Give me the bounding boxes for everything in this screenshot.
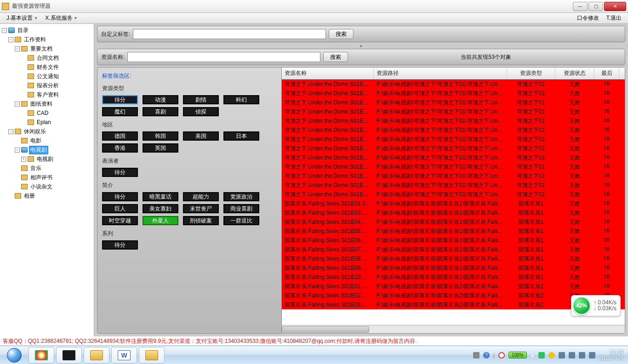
collapse-icon[interactable]: − (15, 102, 20, 107)
col-type[interactable]: 资源类型 (507, 68, 555, 79)
expand-icon[interactable]: + (21, 157, 26, 162)
taskbar-word[interactable]: W (111, 347, 137, 364)
tree-item[interactable]: 合同文档 (35, 54, 60, 63)
tree-item[interactable]: 报表分析 (35, 81, 60, 90)
table-row[interactable]: 陨落星辰.Falling.Skies.S01E06.C...F:\娱乐\电视剧\… (282, 236, 625, 245)
collapse-icon[interactable]: − (2, 28, 7, 33)
menu-sys[interactable]: X.系统服务▼ (41, 13, 81, 23)
tree-item[interactable]: 重要文档 (29, 45, 54, 53)
filter-tag[interactable]: 党派政治 (223, 192, 259, 201)
table-row[interactable]: 穹顶之下.Under.the.Dome.S01E...F:\娱乐\电视剧\穹顶之… (282, 107, 625, 116)
filter-tag[interactable]: 一群逗比 (223, 216, 259, 225)
tree-item-selected[interactable]: 电视剧 (29, 146, 48, 154)
maximize-button[interactable]: ▢ (588, 2, 603, 11)
table-row[interactable]: 穹顶之下.Under.the.Dome.S01E...F:\娱乐\电视剧\穹顶之… (282, 181, 625, 190)
col-status[interactable]: 资源状态 (555, 68, 594, 79)
tree-item[interactable]: 小说杂文 (29, 182, 54, 191)
tree-item[interactable]: 相册 (23, 192, 36, 200)
table-row[interactable]: 陨落星辰.Falling.Skies.S01E09.C...F:\娱乐\电视剧\… (282, 263, 625, 273)
filter-tag[interactable]: 待分 (102, 192, 138, 201)
tree-item[interactable]: 公文通知 (35, 72, 60, 81)
filter-tag[interactable]: 美国 (183, 131, 219, 141)
tray-circle-icon[interactable] (498, 352, 505, 358)
start-button[interactable] (2, 347, 27, 364)
tray-icon[interactable] (473, 352, 480, 358)
table-row[interactable]: 穹顶之下.Under.the.Dome.S01E...F:\娱乐\电视剧\穹顶之… (282, 171, 625, 181)
tree-item[interactable]: 相声评书 (29, 173, 54, 182)
percent-ball[interactable]: 42% (572, 296, 591, 315)
tree-view[interactable]: −目录 −工作资料 −重要文档 合同文档 财务文件 公文通知 报表分析 客户资料… (0, 24, 94, 336)
tree-item[interactable]: Eplan (35, 119, 52, 126)
tray-app-icon[interactable] (559, 352, 565, 358)
filter-tag[interactable]: 韩国 (143, 131, 178, 141)
close-button[interactable]: ✕ (604, 2, 626, 11)
taskbar-app2[interactable] (139, 347, 165, 364)
filter-tag[interactable]: 刑侦破案 (183, 216, 219, 225)
tree-item[interactable]: 电影 (29, 136, 43, 145)
filter-tag[interactable]: 时空穿越 (102, 216, 138, 225)
filter-tag[interactable]: 巨人 (102, 204, 138, 213)
tree-item[interactable]: 电视剧 (35, 155, 55, 164)
filter-tag[interactable]: 超能力 (183, 192, 219, 201)
battery-indicator[interactable]: 100% (508, 352, 527, 358)
table-row[interactable]: 穹顶之下.Under.the.Dome.S01E...F:\娱乐\电视剧\穹顶之… (282, 135, 625, 144)
table-row[interactable]: 穹顶之下.Under.the.Dome.S01E...F:\娱乐\电视剧\穹顶之… (282, 80, 625, 89)
filter-tag[interactable]: 暗黑童话 (143, 192, 178, 201)
table-row[interactable]: 陨落星辰.Falling.Skies.S01E07.C...F:\娱乐\电视剧\… (282, 245, 625, 254)
filter-tag[interactable]: 喜剧 (143, 107, 178, 116)
filter-tag[interactable]: 商业喜剧 (223, 204, 259, 213)
search-button-2[interactable]: 搜索 (323, 52, 348, 62)
tray-app-icon[interactable] (569, 352, 575, 358)
filter-tag[interactable]: 美女寡妇 (143, 204, 178, 213)
col-last[interactable]: 最后 (594, 68, 619, 79)
col-name[interactable]: 资源名称 (282, 68, 374, 79)
minimize-button[interactable]: — (573, 2, 588, 11)
tray-chevron-icon[interactable]: ▲ (531, 353, 535, 358)
filter-tag[interactable]: 动漫 (143, 95, 178, 104)
tray-sun-icon[interactable] (548, 352, 555, 358)
filter-tag[interactable]: 日本 (223, 131, 259, 141)
table-row[interactable]: 陨落星辰.Falling.Skies.S01E01-0...F:\娱乐\电视剧\… (282, 199, 625, 208)
col-path[interactable]: 资源路径 (374, 68, 507, 79)
menu-pwd[interactable]: 口令修改 (573, 13, 603, 23)
filter-tag[interactable]: 英国 (143, 143, 178, 153)
tree-root[interactable]: 目录 (16, 26, 30, 35)
tree-item[interactable]: 休闲娱乐 (23, 127, 47, 136)
collapse-icon[interactable]: − (15, 46, 20, 51)
collapse-up-icon[interactable]: ▲ (360, 44, 363, 48)
table-row[interactable]: 穹顶之下.Under.the.Dome.S01E...F:\娱乐\电视剧\穹顶之… (282, 144, 625, 153)
speed-widget[interactable]: 42% 0.04K/s 0.03K/s (571, 295, 621, 316)
table-row[interactable]: 陨落星辰.Falling.Skies.S01E10.C...F:\娱乐\电视剧\… (282, 273, 625, 282)
resource-name-input[interactable] (127, 52, 320, 62)
table-row[interactable]: 穹顶之下.Under.the.Dome.S01E...F:\娱乐\电视剧\穹顶之… (282, 162, 625, 171)
table-row[interactable]: 穹顶之下.Under.the.Dome.S01E...F:\娱乐\电视剧\穹顶之… (282, 153, 625, 162)
filter-tag[interactable]: 香港 (102, 143, 138, 153)
table-row[interactable]: 陨落星辰.Falling.Skies.S02E01.C...F:\娱乐\电视剧\… (282, 282, 625, 291)
table-row[interactable]: 陨落星辰.Falling.Skies.S01E03.C...F:\娱乐\电视剧\… (282, 208, 625, 217)
tray-volume-icon[interactable] (579, 352, 585, 358)
tray-network-icon[interactable] (589, 352, 595, 358)
filter-tag[interactable]: 科幻 (223, 95, 259, 104)
menu-basic[interactable]: J.基本设置▼ (3, 13, 41, 23)
collapse-icon[interactable]: − (8, 129, 13, 134)
h-scrollbar[interactable] (282, 325, 625, 333)
filter-tag[interactable]: 待分 (102, 240, 138, 250)
filter-tag[interactable]: 待分 (102, 168, 138, 177)
table-row[interactable]: 陨落星辰.Falling.Skies.S01E05.C...F:\娱乐\电视剧\… (282, 227, 625, 236)
tree-item[interactable]: 工作资料 (23, 35, 47, 44)
table-row[interactable]: 陨落星辰.Falling.Skies.S01E08.C...F:\娱乐\电视剧\… (282, 254, 625, 263)
collapse-icon[interactable]: − (15, 148, 20, 153)
tree-item[interactable]: 客户资料 (35, 91, 60, 99)
table-row[interactable]: 穹顶之下.Under.the.Dome.S01E...F:\娱乐\电视剧\穹顶之… (282, 190, 625, 199)
collapse-icon[interactable]: − (8, 37, 13, 42)
filter-tag[interactable]: 魔幻 (102, 107, 138, 116)
table-row[interactable]: 穹顶之下.Under.the.Dome.S01E...F:\娱乐\电视剧\穹顶之… (282, 89, 625, 98)
taskbar-app1[interactable] (56, 347, 82, 364)
search-button[interactable]: 搜索 (329, 29, 354, 39)
tree-item[interactable]: 音乐 (29, 164, 43, 173)
tree-item[interactable]: CAD (35, 109, 50, 117)
table-row[interactable]: 陨落星辰.Falling.Skies.S01E04.C...F:\娱乐\电视剧\… (282, 217, 625, 227)
tree-item[interactable]: 图纸资料 (29, 100, 54, 108)
tree-item[interactable]: 财务文件 (35, 63, 60, 72)
menu-exit[interactable]: T.退出 (603, 13, 625, 23)
